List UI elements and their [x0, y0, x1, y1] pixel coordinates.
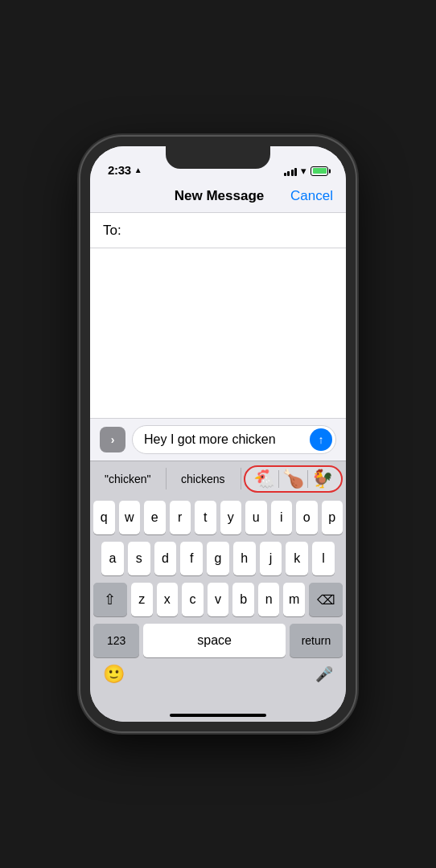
keyboard-row-2: a s d f g h j k l [93, 542, 343, 575]
to-input[interactable] [128, 223, 333, 239]
to-label: To: [103, 223, 121, 239]
battery-fill [313, 168, 327, 174]
notch [166, 146, 270, 169]
home-indicator[interactable] [170, 714, 266, 717]
expand-button[interactable]: › [100, 427, 125, 452]
key-o[interactable]: o [296, 501, 318, 534]
signal-bars [284, 166, 298, 176]
numbers-key[interactable]: 123 [93, 624, 139, 657]
key-t[interactable]: t [195, 501, 216, 534]
phone-screen: 2:33 ▲ ▾ New Messag [90, 146, 346, 722]
nav-bar: New Message Cancel [90, 182, 346, 213]
return-key[interactable]: return [290, 624, 343, 657]
autocomplete-chickens-text: chickens [181, 473, 224, 485]
key-p[interactable]: p [322, 501, 343, 534]
mic-icon[interactable]: 🎤 [315, 665, 333, 683]
input-bar: › Hey I got more chicken ↑ [90, 418, 346, 461]
phone-frame: 2:33 ▲ ▾ New Messag [80, 137, 356, 731]
emoji-keyboard-icon[interactable]: 🙂 [103, 664, 125, 685]
shift-key[interactable]: ⇧ [93, 583, 127, 616]
battery [311, 166, 328, 176]
keyboard: q w e r t y u i o p a s d f g h j k [90, 496, 346, 661]
key-x[interactable]: x [157, 583, 179, 616]
send-button[interactable]: ↑ [310, 428, 332, 451]
bottom-bar: 🙂 🎤 [90, 661, 346, 694]
key-u[interactable]: u [245, 501, 267, 534]
key-j[interactable]: j [260, 542, 282, 575]
key-l[interactable]: l [312, 542, 335, 575]
emoji-suggestions-container: 🐔 🍗 🐓 [244, 465, 343, 493]
battery-body [311, 166, 328, 176]
cancel-button[interactable]: Cancel [290, 188, 333, 204]
key-d[interactable]: d [154, 542, 177, 575]
location-arrow-icon: ▲ [134, 166, 142, 174]
message-area[interactable] [90, 248, 346, 418]
status-icons: ▾ [284, 165, 329, 177]
key-s[interactable]: s [128, 542, 150, 575]
keyboard-row-4: 123 space return [93, 624, 343, 657]
key-y[interactable]: y [220, 501, 242, 534]
key-i[interactable]: i [271, 501, 293, 534]
key-k[interactable]: k [286, 542, 308, 575]
emoji-chicken-3[interactable]: 🐓 [308, 469, 336, 489]
key-a[interactable]: a [101, 542, 124, 575]
key-w[interactable]: w [119, 501, 141, 534]
to-field[interactable]: To: [90, 213, 346, 248]
nav-title: New Message [148, 188, 290, 204]
autocomplete-chickens[interactable]: chickens [166, 461, 241, 496]
emoji-chicken-2[interactable]: 🍗 [279, 469, 307, 489]
key-h[interactable]: h [233, 542, 256, 575]
delete-key[interactable]: ⌫ [309, 583, 343, 616]
signal-bar-3 [291, 170, 294, 176]
key-z[interactable]: z [131, 583, 153, 616]
autocomplete-chicken-quoted-text: "chicken" [105, 473, 150, 485]
home-indicator-bar [90, 694, 346, 722]
signal-bar-2 [287, 171, 290, 176]
key-e[interactable]: e [144, 501, 166, 534]
status-time: 2:33 [108, 163, 131, 177]
autocomplete-chicken-quoted[interactable]: "chicken" [90, 461, 166, 496]
keyboard-row-3: ⇧ z x c v b n m ⌫ [93, 583, 343, 616]
key-v[interactable]: v [208, 583, 229, 616]
key-m[interactable]: m [283, 583, 305, 616]
key-r[interactable]: r [170, 501, 191, 534]
autocomplete-emoji-group[interactable]: 🐔 🍗 🐓 [241, 461, 346, 496]
key-q[interactable]: q [93, 501, 115, 534]
message-input-text[interactable]: Hey I got more chicken [144, 432, 306, 447]
key-n[interactable]: n [258, 583, 280, 616]
autocomplete-bar: "chicken" chickens 🐔 🍗 🐓 [90, 461, 346, 496]
message-input-wrapper: Hey I got more chicken ↑ [132, 425, 336, 454]
wifi-icon: ▾ [301, 165, 306, 177]
emoji-chicken-1[interactable]: 🐔 [250, 469, 278, 489]
send-icon: ↑ [319, 434, 324, 445]
key-f[interactable]: f [180, 542, 203, 575]
key-g[interactable]: g [207, 542, 229, 575]
signal-bar-1 [284, 173, 286, 176]
signal-bar-4 [294, 168, 297, 176]
key-b[interactable]: b [232, 583, 254, 616]
expand-icon: › [111, 433, 115, 446]
key-c[interactable]: c [182, 583, 204, 616]
keyboard-row-1: q w e r t y u i o p [93, 501, 343, 534]
space-key[interactable]: space [143, 624, 285, 657]
